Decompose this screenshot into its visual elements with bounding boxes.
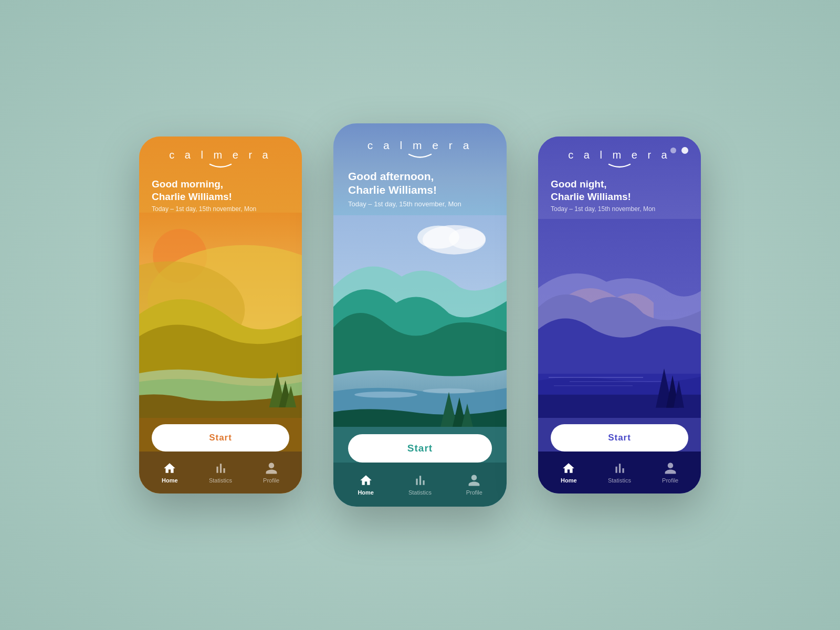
morning-phone-card: c a l m e r a Good morning,Charlie Willi… [139, 136, 302, 494]
night-nav-stats-label: Statistics [608, 477, 631, 484]
afternoon-nav-home-label: Home [358, 489, 374, 496]
night-header: c a l m e r a Good night,Charlie William… [538, 136, 701, 219]
night-bottom-nav: Home Statistics Profile [538, 452, 701, 494]
svg-point-11 [354, 391, 417, 397]
night-moon-dots [670, 147, 688, 154]
morning-start-area: Start [139, 418, 302, 452]
afternoon-nav-home[interactable]: Home [348, 474, 384, 496]
morning-nav-stats[interactable]: Statistics [202, 461, 239, 484]
morning-nav-profile[interactable]: Profile [253, 461, 290, 484]
morning-nav-stats-label: Statistics [209, 477, 232, 484]
moon-dot-small [670, 148, 676, 153]
night-start-area: Start [538, 418, 701, 452]
afternoon-nav-profile[interactable]: Profile [456, 474, 492, 496]
afternoon-scene [333, 215, 507, 427]
night-logo-smile [551, 162, 688, 172]
morning-date: Today – 1st day, 15th november, Mon [152, 205, 289, 213]
afternoon-date: Today – 1st day, 15th november, Mon [348, 200, 492, 208]
night-nav-profile-label: Profile [662, 477, 678, 484]
night-date: Today – 1st day, 15th november, Mon [551, 205, 688, 213]
afternoon-nav-profile-label: Profile [466, 489, 482, 496]
morning-header: c a l m e r a Good morning,Charlie Willi… [139, 136, 302, 213]
afternoon-header: c a l m e r a Good afternoon,Charlie Wil… [333, 123, 507, 215]
night-logo: c a l m e r a [551, 149, 688, 161]
night-nav-home-label: Home [561, 477, 577, 484]
night-start-button[interactable]: Start [551, 424, 688, 452]
afternoon-logo-smile [348, 153, 492, 162]
morning-logo-smile [152, 162, 289, 172]
morning-logo: c a l m e r a [152, 149, 289, 161]
afternoon-phone-card: c a l m e r a Good afternoon,Charlie Wil… [333, 123, 507, 507]
afternoon-bottom-nav: Home Statistics Profile [333, 463, 507, 507]
morning-nav-home[interactable]: Home [151, 461, 188, 484]
night-nav-home[interactable]: Home [550, 461, 587, 484]
night-nav-stats[interactable]: Statistics [601, 461, 638, 484]
svg-rect-17 [538, 373, 701, 394]
night-greeting: Good night,Charlie Williams! [551, 178, 688, 203]
morning-nav-profile-label: Profile [263, 477, 279, 484]
afternoon-start-button[interactable]: Start [348, 434, 492, 463]
afternoon-start-area: Start [333, 427, 507, 463]
night-scene [538, 219, 701, 418]
moon-dot-bright [681, 147, 688, 154]
morning-nav-home-label: Home [162, 477, 178, 484]
afternoon-nav-stats-label: Statistics [408, 489, 432, 496]
night-phone-card: c a l m e r a Good night,Charlie William… [538, 136, 701, 494]
svg-point-10 [449, 228, 486, 249]
night-nav-profile[interactable]: Profile [652, 461, 689, 484]
morning-start-button[interactable]: Start [152, 424, 289, 452]
morning-bottom-nav: Home Statistics Profile [139, 452, 302, 494]
morning-scene [139, 213, 302, 418]
afternoon-nav-stats[interactable]: Statistics [402, 474, 438, 496]
morning-greeting: Good morning,Charlie Williams! [152, 178, 289, 203]
afternoon-logo: c a l m e r a [348, 139, 492, 152]
afternoon-greeting: Good afternoon,Charlie Williams! [348, 170, 492, 197]
